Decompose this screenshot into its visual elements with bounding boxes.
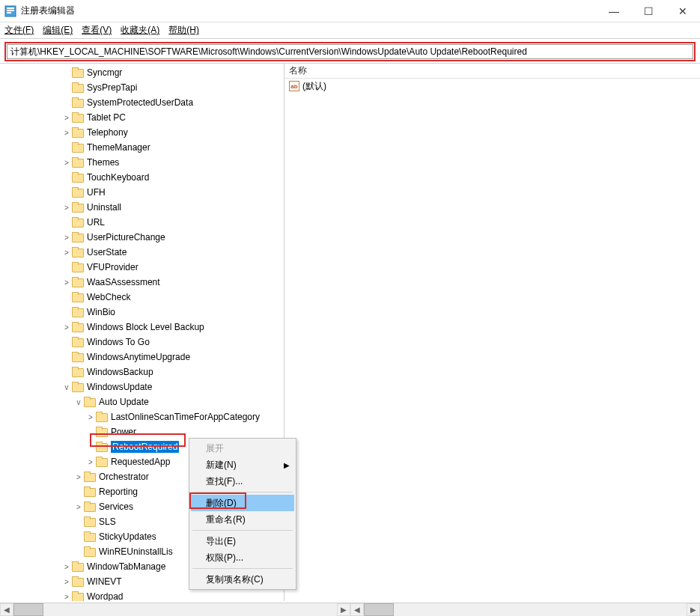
tree-item[interactable]: >UserPictureChange <box>0 230 284 245</box>
cm-export[interactable]: 导出(E) <box>191 533 294 549</box>
tree-item[interactable]: URL <box>0 215 284 230</box>
tree-item[interactable]: Windows To Go <box>0 335 284 350</box>
tree-item-label: ThemeManager <box>87 142 150 153</box>
folder-icon <box>72 187 84 198</box>
cm-separator <box>192 530 293 531</box>
tree-item-label: SystemProtectedUserData <box>87 97 193 108</box>
tree-item-label: TouchKeyboard <box>87 172 149 183</box>
expander-icon[interactable]: > <box>61 578 72 586</box>
expander-icon[interactable]: > <box>61 593 72 601</box>
scroll-thumb[interactable] <box>13 603 43 616</box>
tree-item[interactable]: >Tablet PC <box>0 110 284 125</box>
scroll-right-icon[interactable]: ▶ <box>687 603 700 616</box>
tree-item[interactable]: >Windows Block Level Backup <box>0 320 284 335</box>
expander-icon[interactable]: > <box>85 413 96 421</box>
expander-icon[interactable]: > <box>61 248 72 257</box>
cm-delete[interactable]: 删除(D) <box>191 495 294 511</box>
expander-icon[interactable]: > <box>61 234 72 242</box>
tree-item[interactable]: vAuto Update <box>0 394 284 409</box>
tree-item-label: Auto Update <box>99 397 149 407</box>
expander-icon[interactable]: > <box>85 458 96 466</box>
expander-icon[interactable]: > <box>61 159 72 167</box>
tree-item[interactable]: WinBio <box>0 305 284 320</box>
cm-find[interactable]: 查找(F)... <box>191 473 294 490</box>
expander-icon[interactable]: v <box>73 398 84 406</box>
value-row-default[interactable]: ab (默认) <box>284 79 700 94</box>
folder-icon <box>84 531 96 542</box>
scroll-right-icon[interactable]: ▶ <box>337 603 350 616</box>
scroll-left-icon[interactable]: ◀ <box>350 603 364 616</box>
tree-item-label: VFUProvider <box>87 262 139 272</box>
folder-icon <box>72 307 84 317</box>
folder-icon <box>72 591 84 601</box>
folder-icon <box>72 367 84 377</box>
expander-icon[interactable]: > <box>73 503 84 511</box>
horizontal-scrollbar[interactable]: ◀ ▶ ◀ ▶ <box>0 603 700 616</box>
tree-item[interactable]: SystemProtectedUserData <box>0 95 284 110</box>
tree-item[interactable]: >LastOnlineScanTimeForAppCategory <box>0 409 284 424</box>
tree-item[interactable]: Power <box>0 424 284 439</box>
cm-copykey[interactable]: 复制项名称(C) <box>191 571 294 588</box>
tree-item-label: Windows To Go <box>87 337 150 347</box>
tree-item-label: Orchestrator <box>99 472 149 482</box>
menu-edit[interactable]: 编辑(E) <box>43 24 73 37</box>
tree-item[interactable]: VFUProvider <box>0 260 284 275</box>
menu-favorites[interactable]: 收藏夹(A) <box>121 24 159 37</box>
tree-item[interactable]: >UserState <box>0 245 284 260</box>
menu-help[interactable]: 帮助(H) <box>168 24 199 37</box>
minimize-button[interactable]: — <box>597 0 631 22</box>
folder-icon <box>72 217 84 228</box>
tree-item-label: UserState <box>87 247 127 257</box>
tree-item-label: Uninstall <box>87 202 121 213</box>
expander-icon[interactable]: > <box>61 129 72 137</box>
close-button[interactable]: ✕ <box>666 0 700 22</box>
tree-item[interactable]: SysPrepTapi <box>0 80 284 95</box>
expander-icon[interactable]: > <box>61 204 72 212</box>
tree-item-label: UFH <box>87 187 106 198</box>
maximize-button[interactable]: ☐ <box>631 0 666 22</box>
folder-icon <box>84 501 96 512</box>
tree-item[interactable]: TouchKeyboard <box>0 170 284 185</box>
cm-rename[interactable]: 重命名(R) <box>191 511 294 528</box>
tree-item-label: SysPrepTapi <box>87 82 137 93</box>
tree-item-label: UserPictureChange <box>87 232 165 243</box>
address-input[interactable] <box>7 44 693 59</box>
tree-item[interactable]: WebCheck <box>0 290 284 305</box>
tree-item-label: LastOnlineScanTimeForAppCategory <box>111 412 260 422</box>
folder-icon <box>84 397 96 407</box>
tree-item[interactable]: >WaaSAssessment <box>0 275 284 290</box>
tree-item-label: URL <box>87 217 105 228</box>
tree-item[interactable]: vWindowsUpdate <box>0 379 284 394</box>
folder-icon <box>72 112 84 123</box>
expander-icon[interactable]: > <box>61 323 72 332</box>
folder-icon <box>72 382 84 392</box>
scroll-left-icon[interactable]: ◀ <box>0 603 13 616</box>
tree-item[interactable]: Syncmgr <box>0 65 284 80</box>
tree-item-label: Tablet PC <box>87 112 126 123</box>
submenu-arrow-icon: ▶ <box>284 461 290 469</box>
menu-view[interactable]: 查看(V) <box>82 24 112 37</box>
expander-icon[interactable]: > <box>61 114 72 122</box>
tree-item-label: WINEVT <box>87 576 122 587</box>
menu-file[interactable]: 文件(F) <box>4 24 34 37</box>
tree-item[interactable]: UFH <box>0 185 284 200</box>
tree-item-label: Wordpad <box>87 591 123 601</box>
values-header-name[interactable]: 名称 <box>284 64 700 79</box>
tree-item[interactable]: WindowsAnytimeUpgrade <box>0 350 284 365</box>
tree-item[interactable]: >Wordpad <box>0 589 284 601</box>
menubar: 文件(F) 编辑(E) 查看(V) 收藏夹(A) 帮助(H) <box>0 22 700 39</box>
expander-icon[interactable]: > <box>61 278 72 287</box>
tree-item[interactable]: >Uninstall <box>0 200 284 215</box>
values-pane[interactable]: 名称 ab (默认) <box>284 64 700 601</box>
cm-new[interactable]: 新建(N)▶ <box>191 457 294 473</box>
folder-icon <box>72 247 84 257</box>
tree-item[interactable]: WindowsBackup <box>0 365 284 379</box>
tree-item[interactable]: ThemeManager <box>0 140 284 155</box>
expander-icon[interactable]: v <box>61 383 72 391</box>
tree-item[interactable]: >Telephony <box>0 125 284 140</box>
expander-icon[interactable]: > <box>73 473 84 481</box>
scroll-thumb[interactable] <box>364 603 394 616</box>
tree-item[interactable]: >Themes <box>0 155 284 170</box>
expander-icon[interactable]: > <box>61 563 72 571</box>
cm-permissions[interactable]: 权限(P)... <box>191 549 294 566</box>
